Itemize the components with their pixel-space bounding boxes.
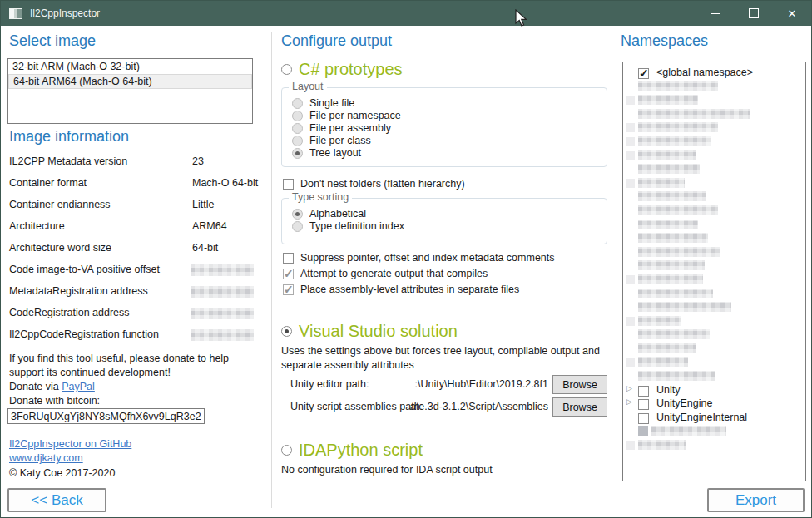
layout-option[interactable]: File per class	[292, 135, 371, 146]
unity-assemblies-path-value[interactable]: ate.3d-3.1.2\ScriptAssemblies	[400, 400, 548, 414]
type-sorting-option-label: Alphabetical	[309, 208, 366, 220]
csharp-prototypes-radio[interactable]	[281, 64, 292, 75]
image-listbox[interactable]: 32-bit ARM (Mach-O 32-bit) 64-bit ARM64 …	[7, 58, 253, 124]
unity-editor-browse-button[interactable]: Browse	[552, 375, 607, 394]
redacted-namespace	[638, 371, 715, 381]
idapython-label: IDAPython script	[299, 441, 423, 460]
namespaces-list[interactable]: <global namespace>▷Unity▷UnityEngineUnit…	[622, 62, 806, 481]
idapython-option[interactable]: IDAPython script	[281, 441, 423, 460]
suppress-comments-checkbox[interactable]	[283, 253, 294, 264]
redacted-value	[191, 286, 254, 298]
compilable-output-option[interactable]: Attempt to generate output that compiles	[283, 268, 488, 279]
window-title: Il2CppInspector	[30, 7, 100, 19]
maximize-button[interactable]	[735, 1, 773, 26]
namespace-checkbox[interactable]	[638, 386, 649, 397]
back-button[interactable]: << Back	[7, 488, 106, 512]
flatten-hierarchy-option[interactable]: Don't nest folders (flatten hierarchy)	[283, 178, 465, 190]
file-per-namespace-radio[interactable]	[292, 111, 303, 121]
namespace-row-redacted	[623, 218, 805, 232]
type-sorting-group-title: Type sorting	[289, 191, 352, 203]
redacted-namespace	[638, 274, 703, 284]
close-button[interactable]: ✕	[773, 1, 811, 26]
github-link[interactable]: Il2CppInspector on GitHub	[9, 438, 131, 450]
info-label: IL2CPP Metadata version	[9, 155, 127, 167]
redacted-namespace	[638, 220, 698, 229]
export-button[interactable]: Export	[707, 488, 805, 512]
redacted-expander	[626, 123, 635, 132]
suppress-comments-option[interactable]: Suppress pointer, offset and index metad…	[283, 252, 555, 264]
redacted-namespace	[638, 357, 688, 367]
info-row: Container format Mach-O 64-bit	[9, 177, 259, 191]
namespace-row-redacted	[623, 149, 805, 163]
csharp-prototypes-option[interactable]: C# prototypes	[281, 60, 403, 79]
image-list-item[interactable]: 32-bit ARM (Mach-O 32-bit)	[8, 59, 252, 74]
compilable-output-checkbox[interactable]	[283, 269, 294, 279]
redacted-namespace	[638, 260, 705, 270]
namespace-row[interactable]: <global namespace>	[623, 66, 805, 80]
namespace-row-redacted	[623, 300, 805, 314]
layout-option[interactable]: Tree layout	[292, 147, 361, 159]
type-definition-index-radio[interactable]	[292, 221, 303, 232]
column-separator	[271, 32, 272, 508]
donate-via-label: Donate via	[9, 381, 62, 392]
layout-option-label: Tree layout	[309, 147, 361, 159]
redacted-expander	[626, 317, 635, 326]
minimize-button[interactable]	[696, 1, 735, 26]
layout-option-label: File per namespace	[309, 110, 401, 121]
layout-option[interactable]: File per assembly	[292, 122, 391, 134]
type-sorting-option[interactable]: Alphabetical	[292, 208, 366, 220]
close-icon: ✕	[788, 8, 797, 19]
select-image-heading: Select image	[9, 32, 96, 50]
layout-groupbox: Layout Single file File per namespace Fi…	[281, 87, 607, 167]
layout-option-label: File per assembly	[309, 122, 391, 134]
unity-editor-path-value[interactable]: :\Unity\Hub\Editor\2019.2.8f1	[400, 377, 548, 392]
file-per-assembly-radio[interactable]	[292, 123, 303, 134]
unity-editor-path-label: Unity editor path:	[290, 377, 369, 392]
namespace-row[interactable]: ▷UnityEngine	[623, 397, 805, 411]
type-sorting-option[interactable]: Type definition index	[292, 220, 404, 232]
image-list-item-selected[interactable]: 64-bit ARM64 (Mach-O 64-bit)	[8, 74, 252, 89]
expander-icon[interactable]: ▷	[626, 384, 632, 392]
visual-studio-option[interactable]: Visual Studio solution	[281, 322, 458, 341]
website-link[interactable]: www.djkaty.com	[9, 452, 83, 464]
paypal-link[interactable]: PayPal	[62, 381, 95, 392]
alphabetical-radio[interactable]	[292, 209, 303, 220]
unity-assemblies-browse-button[interactable]: Browse	[552, 397, 607, 417]
info-value: Little	[192, 199, 214, 210]
redacted-checkbox	[638, 426, 648, 436]
separate-attributes-checkbox[interactable]	[283, 284, 294, 295]
redacted-value	[191, 308, 254, 319]
configure-output-heading: Configure output	[281, 32, 392, 50]
namespace-checkbox[interactable]	[638, 68, 649, 79]
redacted-namespace	[638, 136, 711, 146]
namespace-row-redacted	[623, 259, 805, 273]
tree-layout-radio[interactable]	[292, 148, 303, 159]
namespace-row[interactable]: UnityEngineInternal	[623, 411, 805, 425]
idapython-radio[interactable]	[281, 445, 292, 456]
single-file-radio[interactable]	[292, 98, 303, 109]
separate-attributes-option[interactable]: Place assembly-level attributes in separ…	[283, 284, 519, 295]
expander-icon[interactable]: ▷	[626, 397, 632, 406]
namespace-row-redacted	[623, 342, 805, 356]
namespace-row-redacted	[623, 287, 805, 301]
namespace-checkbox[interactable]	[638, 399, 649, 410]
redacted-value	[191, 264, 254, 276]
bitcoin-address-input[interactable]	[7, 408, 205, 424]
layout-option[interactable]: Single file	[292, 97, 354, 109]
namespace-row-redacted	[623, 424, 805, 438]
flatten-hierarchy-checkbox[interactable]	[283, 179, 294, 190]
visual-studio-radio[interactable]	[281, 326, 292, 337]
redacted-namespace	[638, 178, 685, 188]
namespace-checkbox[interactable]	[638, 413, 649, 424]
visual-studio-desc-line2: separate assembly attributes	[281, 358, 414, 372]
file-per-class-radio[interactable]	[292, 136, 303, 146]
redacted-namespace	[638, 122, 718, 132]
maximize-icon	[749, 8, 759, 18]
layout-option[interactable]: File per namespace	[292, 110, 401, 121]
suppress-comments-label: Suppress pointer, offset and index metad…	[300, 252, 555, 264]
redacted-namespace	[638, 302, 731, 312]
namespace-row-redacted	[623, 121, 805, 135]
namespace-row[interactable]: ▷Unity	[623, 383, 805, 397]
namespace-row-redacted	[623, 93, 805, 107]
idapython-description: No configuration required for IDA script…	[281, 463, 493, 477]
